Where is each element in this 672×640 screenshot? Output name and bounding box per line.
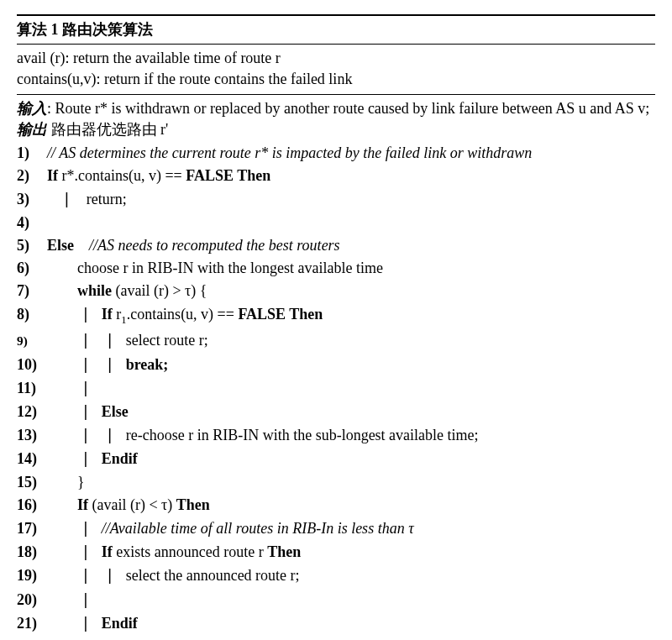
stmt: | | select the announced route r; xyxy=(47,564,300,586)
stmt: | return; xyxy=(47,188,127,210)
lineno: 3) xyxy=(17,189,47,210)
input-label: 输入 xyxy=(17,100,47,117)
stmt: | //Available time of all routes in RIB-… xyxy=(47,517,414,539)
code-line-11: 11) | xyxy=(17,376,655,400)
lineno: 20) xyxy=(17,590,47,611)
code-line-9: 9) | | select route r; xyxy=(17,328,655,352)
title-prefix: 算法 1 xyxy=(17,21,59,38)
stmt: If (avail (r) < τ) Then xyxy=(47,495,210,516)
code-line-8: 8) | If r1.contains(u, v) == FALSE Then xyxy=(17,302,655,328)
lineno: 13) xyxy=(17,425,47,446)
lineno: 12) xyxy=(17,401,47,422)
lineno: 2) xyxy=(17,165,47,186)
stmt: | | re-choose r in RIB-IN with the sub-l… xyxy=(47,424,479,446)
lineno: 16) xyxy=(17,495,47,516)
stmt: | If r1.contains(u, v) == FALSE Then xyxy=(47,303,323,328)
output-text: 路由器优选路由 r' xyxy=(47,121,168,138)
code-line-15: 15) } xyxy=(17,471,655,494)
lineno: 21) xyxy=(17,613,47,634)
lineno: 18) xyxy=(17,542,47,563)
output-label: 输出 xyxy=(17,121,47,138)
stmt: | Endif xyxy=(47,448,138,470)
stmt: | | select route r; xyxy=(47,329,208,351)
stmt: | If exists announced route r Then xyxy=(47,541,301,563)
lineno: 9) xyxy=(17,332,47,349)
code-line-13: 13) | | re-choose r in RIB-IN with the s… xyxy=(17,423,655,447)
code-line-14: 14) | Endif xyxy=(17,447,655,470)
algorithm-block: 算法 1 路由决策算法 avail (r): return the availa… xyxy=(17,14,655,640)
stmt: | xyxy=(47,589,90,611)
code-line-22: 22) | xyxy=(17,635,655,640)
code-line-7: 7) while (avail (r) > τ) { xyxy=(17,280,655,302)
code-line-19: 19) | | select the announced route r; xyxy=(17,564,655,587)
output-line: 输出 路由器优选路由 r' xyxy=(17,119,655,140)
lineno: 15) xyxy=(17,472,47,493)
stmt: | xyxy=(47,636,90,640)
code-line-1: 1) // AS determines the current route r*… xyxy=(17,142,655,165)
algorithm-title: 算法 1 路由决策算法 xyxy=(17,18,655,42)
lineno: 22) xyxy=(17,637,47,640)
lineno: 19) xyxy=(17,565,47,586)
io-block: 输入: Route r* is withdrawn or replaced by… xyxy=(17,97,655,142)
lineno: 6) xyxy=(17,258,47,279)
stmt: | | break; xyxy=(47,354,168,375)
stmt: choose r in RIB-IN with the longest avai… xyxy=(47,258,383,279)
stmt: If r*.contains(u, v) == FALSE Then xyxy=(47,165,270,186)
code-line-17: 17) | //Available time of all routes in … xyxy=(17,517,655,540)
code-line-5: 5) Else //AS needs to recomputed the bes… xyxy=(17,234,655,257)
code-line-18: 18) | If exists announced route r Then xyxy=(17,540,655,564)
lineno: 5) xyxy=(17,235,47,256)
input-text: : Route r* is withdrawn or replaced by a… xyxy=(47,100,649,117)
title-text: 路由决策算法 xyxy=(62,21,153,38)
comment: // AS determines the current route r* is… xyxy=(47,143,532,164)
code-line-10: 10) | | break; xyxy=(17,353,655,376)
lineno: 17) xyxy=(17,518,47,539)
stmt: Else //AS needs to recomputed the best r… xyxy=(47,235,340,256)
code-line-20: 20) | xyxy=(17,588,655,611)
lineno: 10) xyxy=(17,354,47,375)
lineno: 8) xyxy=(17,304,47,325)
lineno: 4) xyxy=(17,212,47,233)
code-line-3: 3) | return; xyxy=(17,187,655,211)
definitions: avail (r): return the available time of … xyxy=(17,46,655,92)
input-line: 输入: Route r* is withdrawn or replaced by… xyxy=(17,98,655,119)
lineno: 11) xyxy=(17,378,47,399)
code-line-16: 16) If (avail (r) < τ) Then xyxy=(17,494,655,517)
stmt: | xyxy=(47,377,90,399)
code-line-4: 4) xyxy=(17,212,655,234)
stmt: while (avail (r) > τ) { xyxy=(47,281,207,302)
stmt: } xyxy=(47,472,85,493)
code-line-12: 12) | Else xyxy=(17,400,655,423)
rule-top xyxy=(17,14,655,16)
stmt: | Endif xyxy=(47,612,138,634)
code-line-2: 2) If r*.contains(u, v) == FALSE Then xyxy=(17,165,655,187)
stmt: | Else xyxy=(47,401,129,422)
lineno: 14) xyxy=(17,449,47,470)
def-avail: avail (r): return the available time of … xyxy=(17,48,655,69)
rule-after-title xyxy=(17,44,655,45)
code-line-6: 6) choose r in RIB-IN with the longest a… xyxy=(17,257,655,280)
lineno: 1) xyxy=(17,143,47,164)
code-line-21: 21) | Endif xyxy=(17,611,655,635)
lineno: 7) xyxy=(17,281,47,302)
rule-after-defs xyxy=(17,94,655,95)
def-contains: contains(u,v): return if the route conta… xyxy=(17,69,655,90)
